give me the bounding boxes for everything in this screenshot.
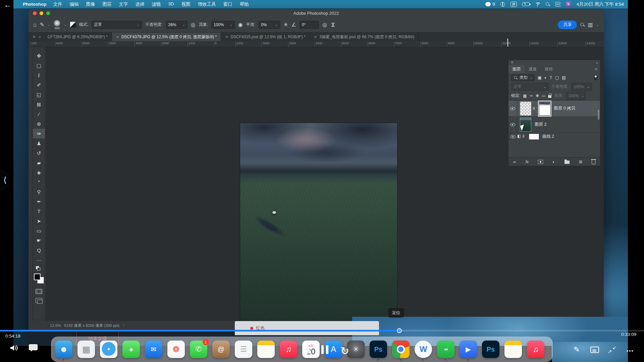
gradient-tool[interactable]: ◈: [33, 168, 45, 177]
menu-layer[interactable]: 图层: [103, 1, 112, 7]
filter-shape-icon[interactable]: ▢: [555, 75, 559, 80]
pinyin-ime-icon[interactable]: 拼: [511, 2, 517, 7]
smoothing-gear-icon[interactable]: ✳: [283, 21, 288, 28]
filter-smart-object-icon[interactable]: ▤: [562, 75, 566, 80]
menu-plugins[interactable]: 增效工具: [198, 1, 216, 7]
collapse-panel-icon[interactable]: «: [596, 61, 598, 65]
dock-launchpad[interactable]: ▦: [77, 341, 95, 358]
marquee-tool[interactable]: ▢: [33, 61, 45, 70]
tab-paths[interactable]: 路径: [541, 65, 557, 73]
brush-tool-selected[interactable]: ✑: [33, 129, 45, 138]
zoom-tool[interactable]: Q: [33, 245, 45, 255]
layer-blend-select-disabled[interactable]: 正常 ⌄: [511, 83, 549, 91]
dock-wechat[interactable]: ●●: [437, 341, 454, 358]
danmaku-chat-icon[interactable]: [29, 344, 38, 353]
menu-select[interactable]: 选择: [136, 1, 145, 7]
lock-pixels-icon[interactable]: ✑: [530, 94, 533, 98]
menu-window[interactable]: 窗口: [223, 1, 232, 7]
type-tool[interactable]: T: [33, 206, 45, 216]
home-icon[interactable]: ⌂: [33, 22, 37, 28]
tab-channels[interactable]: 通道: [525, 65, 541, 73]
blur-tool[interactable]: ❛: [33, 177, 45, 187]
close-icon[interactable]: ✕: [314, 35, 317, 39]
layer-thumbnail-transparent[interactable]: [520, 102, 531, 116]
dock-photoshop[interactable]: Ps: [370, 341, 387, 358]
close-icon[interactable]: ✕: [511, 60, 514, 65]
doc-tab-2-active[interactable]: ✕ DSCF4379.JPG @ 12.5% (图层 0 拷贝, 图层蒙版/8)…: [112, 33, 221, 41]
dock-music-2[interactable]: ♫: [527, 341, 544, 358]
chevron-down-icon[interactable]: ⌄: [64, 23, 66, 26]
close-icon[interactable]: ✕: [116, 35, 119, 39]
layer-style-fx-icon[interactable]: fx: [526, 160, 529, 164]
add-mask-icon[interactable]: [538, 160, 543, 164]
fill-select-disabled[interactable]: 100% ⌄: [566, 92, 586, 100]
tab-layers[interactable]: 图层: [508, 65, 525, 73]
previous-video-button[interactable]: ⟨: [0, 169, 10, 191]
menu-image[interactable]: 图像: [86, 1, 95, 7]
doc-tab-1[interactable]: CF7264.JPG @ 6.25%(RGB/8*) *: [44, 33, 112, 41]
pen-tool[interactable]: ✒: [33, 197, 45, 206]
window-titlebar[interactable]: Adobe Photoshop 2022: [29, 9, 604, 17]
layer-opacity-select-disabled[interactable]: 100% ⌄: [571, 83, 592, 91]
more-options-icon[interactable]: •••: [627, 348, 634, 354]
layer-row-selected[interactable]: ∞ 图层 0 拷贝: [508, 101, 600, 117]
hand-tool[interactable]: ☛: [33, 236, 45, 245]
progress-handle[interactable]: [397, 328, 402, 333]
filter-toggle[interactable]: [594, 75, 597, 80]
canvas-image[interactable]: [240, 123, 397, 330]
dock-photoshop-2[interactable]: Ps: [482, 341, 499, 358]
dock-photos[interactable]: ❁: [167, 341, 185, 358]
doc-tab-4[interactable]: ✕ 3烟雾_免抠素材.psd @ 66.7% (图层 0 拷贝, RGB/8#): [310, 33, 419, 41]
chevron-down-icon[interactable]: ⌄: [48, 23, 50, 26]
menu-app-name[interactable]: Photoshop: [23, 2, 47, 7]
screen-mode-icon[interactable]: [36, 298, 42, 303]
edit-toolbar-ellipsis[interactable]: ⋯: [37, 258, 41, 263]
close-icon[interactable]: ✕: [225, 35, 228, 39]
foreground-color[interactable]: [34, 274, 41, 280]
blend-mode-select[interactable]: 正常 ⌄: [92, 21, 142, 29]
new-layer-icon[interactable]: ⊞: [579, 160, 582, 164]
filter-adjustment-icon[interactable]: ◐: [544, 75, 547, 80]
brush-angle-input[interactable]: 0°: [300, 21, 319, 29]
lock-transparency-icon[interactable]: ▩: [523, 94, 527, 98]
dock-wolai[interactable]: W: [415, 341, 432, 358]
dock-safari[interactable]: ✦: [100, 341, 117, 358]
visibility-cell[interactable]: [508, 117, 517, 132]
dock-messages[interactable]: ●: [122, 341, 140, 358]
menu-help[interactable]: 帮助: [240, 1, 249, 7]
battery-icon[interactable]: ϟ: [522, 2, 530, 6]
menu-edit[interactable]: 编辑: [70, 1, 79, 7]
wechat-status[interactable]: 9: [485, 2, 495, 7]
workspace-icon[interactable]: ▥: [588, 21, 593, 28]
path-select-tool[interactable]: ➤: [33, 216, 45, 226]
dock-contacts[interactable]: @: [212, 341, 230, 358]
quick-mask-icon[interactable]: [36, 289, 42, 294]
move-tool[interactable]: ✥: [33, 51, 45, 61]
new-group-icon[interactable]: [565, 161, 570, 164]
spotlight-icon[interactable]: [546, 2, 550, 6]
brush-settings-toggle-icon[interactable]: [70, 22, 76, 27]
filter-pixel-icon[interactable]: ▣: [537, 75, 541, 80]
history-brush-tool[interactable]: ↺: [33, 148, 45, 158]
dock-facetime[interactable]: ✆1: [190, 341, 207, 358]
dodge-tool[interactable]: ⚲: [33, 187, 45, 197]
search-icon[interactable]: [580, 23, 584, 27]
dock-jianying[interactable]: ▶: [460, 341, 477, 358]
visibility-cell[interactable]: [508, 134, 517, 139]
dock-music[interactable]: ♫: [280, 341, 297, 358]
airbrush-icon[interactable]: ◉: [238, 21, 243, 28]
brush-preset-picker[interactable]: 800: [54, 20, 60, 30]
lasso-tool[interactable]: ℓ: [33, 70, 45, 80]
screen-recording-video[interactable]: Photoshop 文件 编辑 图像 图层 文字 选择 滤镜 3D 视图 增效工…: [13, 0, 628, 346]
mask-link-icon[interactable]: ∞: [532, 107, 537, 110]
delete-layer-icon[interactable]: [592, 160, 595, 164]
dock-finder[interactable]: ☻: [55, 341, 72, 358]
filter-type-select[interactable]: 类型 ⌄: [511, 74, 535, 81]
dock-chrome[interactable]: [392, 341, 410, 358]
lock-position-icon[interactable]: ✥: [536, 94, 539, 98]
layer-name[interactable]: 图层 0 拷贝: [554, 106, 575, 111]
dock-notes[interactable]: [257, 341, 275, 358]
back-button[interactable]: ←: [4, 1, 11, 9]
input-globe-icon[interactable]: [500, 2, 505, 7]
lock-artboard-icon[interactable]: ▭: [542, 94, 545, 98]
